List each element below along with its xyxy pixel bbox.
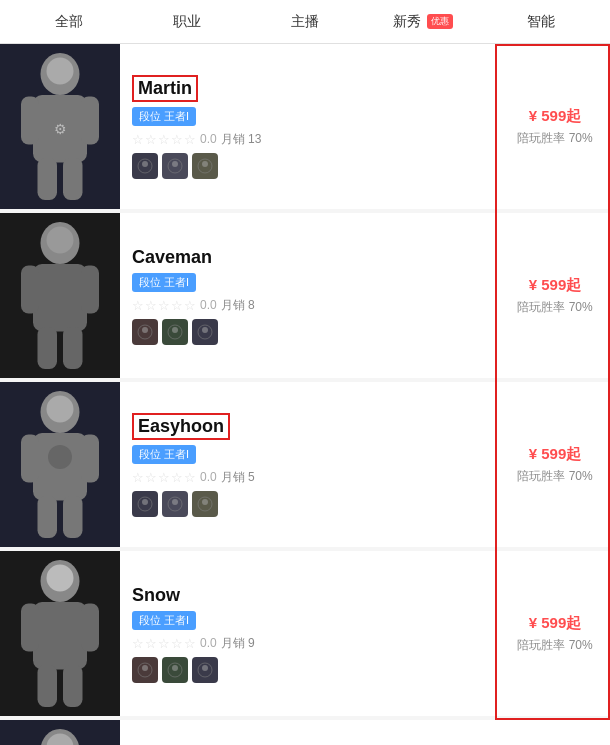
star-icon: ☆: [171, 470, 183, 485]
player-info: Caveman 段位 王者I ☆☆☆☆☆ 0.0 月销 8: [120, 213, 500, 378]
player-info: Easyhoon 段位 王者I ☆☆☆☆☆ 0.0 月销 5: [120, 382, 500, 547]
game-icons: [132, 657, 488, 683]
svg-point-13: [202, 161, 208, 167]
win-rate: 陪玩胜率 70%: [517, 637, 592, 654]
player-figure: [0, 551, 120, 716]
svg-rect-2: [21, 97, 39, 145]
player-name: Snow: [132, 585, 488, 606]
price-panel[interactable]: ¥ 599起 陪玩胜率 70%: [500, 213, 610, 378]
svg-point-40: [202, 499, 208, 505]
game-icon: [192, 657, 218, 683]
svg-point-51: [172, 665, 178, 671]
svg-rect-43: [21, 604, 39, 652]
player-name: Easyhoon: [132, 413, 488, 440]
rank-badge: 段位 王者I: [132, 107, 196, 126]
player-avatar: [0, 551, 120, 716]
svg-rect-4: [38, 158, 58, 200]
monthly-sales: 月销 8: [221, 297, 255, 314]
price-value: ¥ 599起: [529, 445, 582, 464]
rank-value: 王者I: [164, 109, 189, 124]
star-icon: ☆: [171, 298, 183, 313]
player-info: FireRain 段位 王者I ☆☆☆☆☆ 0.0 月销 6: [120, 720, 500, 745]
price-panel[interactable]: ¥ 599起 陪玩胜率 70%: [500, 44, 610, 209]
rating: 0.0: [200, 298, 217, 312]
game-icons: [132, 153, 488, 179]
player-item[interactable]: Caveman 段位 王者I ☆☆☆☆☆ 0.0 月销 8: [0, 213, 610, 378]
player-figure: [0, 213, 120, 378]
svg-rect-31: [38, 496, 58, 538]
nav-streamer[interactable]: 主播: [246, 3, 364, 41]
svg-point-11: [172, 161, 178, 167]
nav-rookie[interactable]: 新秀 优惠: [364, 3, 482, 41]
game-icons: [132, 319, 488, 345]
player-name-outlined: Martin: [132, 75, 198, 102]
game-icon: [162, 319, 188, 345]
player-item[interactable]: FireRain 段位 王者I ☆☆☆☆☆ 0.0 月销 6: [0, 720, 610, 745]
svg-rect-16: [21, 266, 39, 314]
stars: ☆☆☆☆☆: [132, 132, 196, 147]
player-item[interactable]: Snow 段位 王者I ☆☆☆☆☆ 0.0 月销 9: [0, 551, 610, 716]
price-panel[interactable]: ¥ 599起 陪玩胜率 70%: [500, 720, 610, 745]
star-icon: ☆: [145, 636, 157, 651]
svg-point-26: [202, 327, 208, 333]
nav-smart[interactable]: 智能: [482, 3, 600, 41]
star-icon: ☆: [158, 636, 170, 651]
player-avatar: [0, 382, 120, 547]
game-icon: [192, 153, 218, 179]
stars-row: ☆☆☆☆☆ 0.0 月销 8: [132, 297, 488, 314]
rank-value: 王者I: [164, 447, 189, 462]
rookie-badge: 优惠: [427, 14, 453, 29]
rank-badge: 段位 王者I: [132, 445, 196, 464]
star-icon: ☆: [171, 132, 183, 147]
rating: 0.0: [200, 470, 217, 484]
price-value: ¥ 599起: [529, 614, 582, 633]
svg-point-33: [47, 396, 74, 423]
price-value: ¥ 599起: [529, 107, 582, 126]
svg-rect-29: [21, 435, 39, 483]
star-icon: ☆: [171, 636, 183, 651]
star-icon: ☆: [145, 470, 157, 485]
game-icon: [132, 153, 158, 179]
player-name-text: Snow: [132, 585, 180, 605]
monthly-sales: 月销 13: [221, 131, 262, 148]
svg-point-34: [48, 445, 72, 469]
svg-rect-5: [63, 158, 83, 200]
rank-prefix: 段位: [139, 613, 161, 628]
player-name: Caveman: [132, 247, 488, 268]
star-icon: ☆: [158, 298, 170, 313]
win-rate: 陪玩胜率 70%: [517, 130, 592, 147]
svg-rect-18: [38, 327, 58, 369]
star-icon: ☆: [184, 470, 196, 485]
svg-point-22: [142, 327, 148, 333]
player-avatar: [0, 720, 120, 745]
game-icon: [192, 491, 218, 517]
player-name-outlined: Easyhoon: [132, 413, 230, 440]
svg-point-20: [47, 227, 74, 254]
star-icon: ☆: [158, 132, 170, 147]
game-icon: [192, 319, 218, 345]
stars-row: ☆☆☆☆☆ 0.0 月销 13: [132, 131, 488, 148]
svg-rect-32: [63, 496, 83, 538]
svg-point-47: [47, 565, 74, 592]
star-icon: ☆: [184, 132, 196, 147]
stars-row: ☆☆☆☆☆ 0.0 月销 5: [132, 469, 488, 486]
player-list: ⚙ Martin 段位 王者I ☆☆☆☆☆ 0.0 月销 13: [0, 44, 610, 745]
price-panel[interactable]: ¥ 599起 陪玩胜率 70%: [500, 551, 610, 716]
svg-rect-3: [81, 97, 99, 145]
svg-point-9: [142, 161, 148, 167]
win-rate: 陪玩胜率 70%: [517, 468, 592, 485]
nav-pro[interactable]: 职业: [128, 3, 246, 41]
nav-all[interactable]: 全部: [10, 3, 128, 41]
player-item[interactable]: ⚙ Martin 段位 王者I ☆☆☆☆☆ 0.0 月销 13: [0, 44, 610, 209]
player-item[interactable]: Easyhoon 段位 王者I ☆☆☆☆☆ 0.0 月销 5: [0, 382, 610, 547]
rank-prefix: 段位: [139, 109, 161, 124]
top-navigation: 全部 职业 主播 新秀 优惠 智能: [0, 0, 610, 44]
monthly-sales: 月销 9: [221, 635, 255, 652]
price-panel[interactable]: ¥ 599起 陪玩胜率 70%: [500, 382, 610, 547]
price-value: ¥ 599起: [529, 276, 582, 295]
rating: 0.0: [200, 636, 217, 650]
svg-text:⚙: ⚙: [54, 122, 67, 137]
rank-value: 王者I: [164, 275, 189, 290]
svg-point-53: [202, 665, 208, 671]
svg-rect-17: [81, 266, 99, 314]
